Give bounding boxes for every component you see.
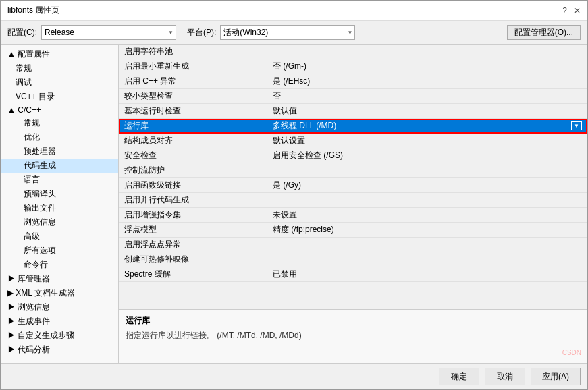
info-panel-desc: 指定运行库以进行链接。 (/MT, /MTd, /MD, /MDd) — [126, 329, 581, 341]
info-panel-title: 运行库 — [126, 315, 581, 327]
tree-item-advanced[interactable]: 高级 — [1, 229, 118, 244]
cancel-button[interactable]: 取消 — [485, 368, 525, 385]
tree-item-cpp-general[interactable]: 常规 — [1, 116, 118, 130]
prop-name-runtime-lib: 运行库 — [119, 120, 267, 132]
prop-row-min-rebuild[interactable]: 启用最小重新生成否 (/Gm-) — [119, 59, 587, 74]
prop-row-runtime-lib[interactable]: 运行库多线程 DLL (/MD)▼ — [119, 119, 587, 134]
prop-row-spectre[interactable]: Spectre 缓解已禁用 — [119, 267, 587, 282]
tree-item-code-gen[interactable]: 代码生成 — [1, 159, 118, 173]
tree-item-language[interactable]: 语言 — [1, 173, 118, 187]
tree-item-code-analysis[interactable]: ▶ 代码分析 — [1, 343, 118, 357]
tree-item-optimization[interactable]: 优化 — [1, 130, 118, 144]
tree-item-all-options[interactable]: 所有选项 — [1, 244, 118, 258]
window-title: libfonts 属性页 — [7, 5, 59, 16]
prop-value-cpp-exceptions: 是 (/EHsc) — [267, 76, 587, 87]
prop-name-func-link: 启用函数级链接 — [119, 179, 267, 191]
tree-item-general[interactable]: 常规 — [1, 61, 118, 76]
title-bar-controls: ? ✕ — [562, 6, 581, 16]
tree-item-lib-manager[interactable]: ▶ 库管理器 — [1, 272, 118, 286]
prop-name-string-pool: 启用字符串池 — [119, 46, 267, 57]
prop-name-float-exception: 启用浮点点异常 — [119, 239, 267, 250]
tree-item-debug[interactable]: 调试 — [1, 76, 118, 90]
prop-row-struct-align[interactable]: 结构成员对齐默认设置 — [119, 134, 587, 148]
tree-item-xml-gen[interactable]: ▶ XML 文档生成器 — [1, 286, 118, 300]
prop-value-runtime-lib: 多线程 DLL (/MD)▼ — [267, 120, 587, 132]
prop-row-float-exception[interactable]: 启用浮点点异常 — [119, 238, 587, 252]
prop-name-float-model: 浮点模型 — [119, 224, 267, 235]
platform-label: 平台(P): — [187, 27, 216, 38]
title-bar: libfonts 属性页 ? ✕ — [1, 1, 587, 21]
prop-name-runtime-checks: 基本运行时检查 — [119, 105, 267, 117]
prop-name-spectre: Spectre 缓解 — [119, 269, 267, 280]
prop-row-float-model[interactable]: 浮点模型精度 (/fp:precise) — [119, 223, 587, 238]
apply-button[interactable]: 应用(A) — [531, 368, 581, 385]
tree-item-browse-info2[interactable]: ▶ 浏览信息 — [1, 300, 118, 314]
prop-row-enhanced-instset[interactable]: 启用增强指令集未设置 — [119, 208, 587, 223]
prop-value-smaller-typecheck: 否 — [267, 90, 587, 102]
prop-value-float-model: 精度 (/fp:precise) — [267, 224, 587, 235]
prop-row-hotpatch[interactable]: 创建可热修补映像 — [119, 252, 587, 267]
tree-item-precompiled[interactable]: 预编译头 — [1, 187, 118, 201]
prop-value-min-rebuild: 否 (/Gm-) — [267, 61, 587, 72]
prop-row-func-link[interactable]: 启用函数级链接是 (/Gy) — [119, 178, 587, 193]
prop-row-string-pool[interactable]: 启用字符串池 — [119, 45, 587, 59]
prop-value-struct-align: 默认设置 — [267, 135, 587, 146]
platform-select[interactable]: 活动(Win32) — [220, 25, 355, 40]
platform-select-wrapper: 活动(Win32) — [220, 25, 355, 40]
tree-item-output-files[interactable]: 输出文件 — [1, 201, 118, 215]
tree-item-vcpp-dirs[interactable]: VC++ 目录 — [1, 90, 118, 104]
tree-item-preprocessor[interactable]: 预处理器 — [1, 144, 118, 159]
help-button[interactable]: ? — [562, 6, 567, 16]
close-button[interactable]: ✕ — [574, 6, 581, 16]
info-panel: 运行库 指定运行库以进行链接。 (/MT, /MTd, /MD, /MDd) — [119, 309, 587, 363]
prop-row-control-flow[interactable]: 控制流防护 — [119, 163, 587, 178]
config-select[interactable]: Release — [41, 25, 176, 40]
prop-row-cpp-exceptions[interactable]: 启用 C++ 异常是 (/EHsc) — [119, 74, 587, 89]
dialog: libfonts 属性页 ? ✕ 配置(C): Release 平台(P): 活… — [0, 0, 588, 390]
left-panel: ▲ 配置属性常规调试VC++ 目录▲ C/C++常规优化预处理器代码生成语言预编… — [1, 45, 119, 363]
prop-name-struct-align: 结构成员对齐 — [119, 135, 267, 146]
right-panel: 启用字符串池启用最小重新生成否 (/Gm-)启用 C++ 异常是 (/EHsc)… — [119, 45, 587, 363]
prop-row-security-check[interactable]: 安全检查启用安全检查 (/GS) — [119, 148, 587, 163]
toolbar: 配置(C): Release 平台(P): 活动(Win32) 配置管理器(O)… — [1, 21, 587, 45]
footer: 确定 取消 应用(A) — [1, 363, 587, 389]
tree-item-browse-info[interactable]: 浏览信息 — [1, 215, 118, 229]
prop-value-func-link: 是 (/Gy) — [267, 179, 587, 191]
tree-item-config-props[interactable]: ▲ 配置属性 — [1, 47, 118, 61]
prop-name-cpp-exceptions: 启用 C++ 异常 — [119, 76, 267, 87]
prop-name-min-rebuild: 启用最小重新生成 — [119, 61, 267, 72]
prop-name-smaller-typecheck: 较小类型检查 — [119, 90, 267, 102]
prop-value-runtime-checks: 默认值 — [267, 105, 587, 117]
prop-row-parallel-codegen[interactable]: 启用并行代码生成 — [119, 193, 587, 208]
prop-name-enhanced-instset: 启用增强指令集 — [119, 209, 267, 221]
config-select-wrapper: Release — [41, 25, 176, 40]
prop-dropdown-runtime-lib[interactable]: ▼ — [571, 121, 582, 130]
config-label: 配置(C): — [7, 27, 37, 38]
tree-item-cpp[interactable]: ▲ C/C++ — [1, 104, 118, 116]
manager-button[interactable]: 配置管理器(O)... — [507, 25, 581, 40]
prop-value-spectre: 已禁用 — [267, 269, 587, 280]
ok-button[interactable]: 确定 — [439, 368, 479, 385]
props-container: 启用字符串池启用最小重新生成否 (/Gm-)启用 C++ 异常是 (/EHsc)… — [119, 45, 587, 309]
prop-value-enhanced-instset: 未设置 — [267, 209, 587, 221]
prop-value-security-check: 启用安全检查 (/GS) — [267, 150, 587, 161]
prop-name-security-check: 安全检查 — [119, 150, 267, 161]
main-content: ▲ 配置属性常规调试VC++ 目录▲ C/C++常规优化预处理器代码生成语言预编… — [1, 45, 587, 363]
prop-name-control-flow: 控制流防护 — [119, 165, 267, 176]
prop-row-runtime-checks[interactable]: 基本运行时检查默认值 — [119, 104, 587, 119]
tree-item-cmdline[interactable]: 命令行 — [1, 258, 118, 272]
tree-item-build-events[interactable]: ▶ 生成事件 — [1, 314, 118, 329]
prop-row-smaller-typecheck[interactable]: 较小类型检查否 — [119, 89, 587, 104]
prop-name-parallel-codegen: 启用并行代码生成 — [119, 194, 267, 206]
tree-item-custom-steps[interactable]: ▶ 自定义生成步骤 — [1, 329, 118, 343]
prop-name-hotpatch: 创建可热修补映像 — [119, 254, 267, 265]
